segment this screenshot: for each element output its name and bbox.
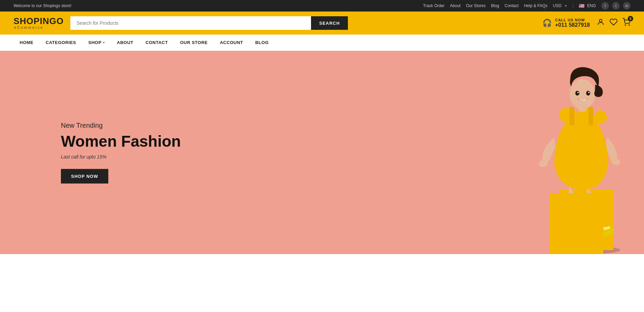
logo[interactable]: SHOPINGO eCommerce xyxy=(14,17,64,29)
topbar-help-faqs[interactable]: Help & FAQs xyxy=(524,3,547,8)
cart-icon[interactable]: 8 xyxy=(622,18,630,28)
hero-content: New Trending Women Fashion Last call for… xyxy=(61,122,181,184)
svg-rect-10 xyxy=(589,107,593,125)
top-bar-right: Track Order About Our Stores Blog Contac… xyxy=(423,2,630,9)
search-button[interactable]: SEARCH xyxy=(311,16,348,30)
currency-selector[interactable]: USD ▼ xyxy=(553,3,568,8)
svg-point-15 xyxy=(577,92,579,93)
logo-main-text: SHOPINGO xyxy=(14,17,64,25)
nav-account[interactable]: ACCOUNT xyxy=(214,35,249,50)
nav-about[interactable]: ABOUT xyxy=(111,35,139,50)
svg-point-14 xyxy=(586,91,590,96)
hero-decoration-box xyxy=(549,193,603,254)
facebook-icon[interactable]: f xyxy=(601,2,609,9)
hero-title: Women Fashion xyxy=(61,133,181,150)
hero-shop-now-button[interactable]: SHOP NOW xyxy=(61,169,108,183)
logo-sub-text: eCommerce xyxy=(14,25,44,29)
svg-point-12 xyxy=(570,79,595,109)
svg-rect-9 xyxy=(570,107,574,125)
header: SHOPINGO eCommerce SEARCH 🎧 CALL US NOW … xyxy=(0,12,644,35)
topbar-blog[interactable]: Blog xyxy=(491,3,499,8)
nav-our-store[interactable]: OUR STORE xyxy=(174,35,214,50)
user-icon[interactable] xyxy=(597,18,605,28)
svg-point-0 xyxy=(599,19,602,22)
topbar-our-stores[interactable]: Our Stores xyxy=(466,3,486,8)
hero-discount: Last call for upto 15% xyxy=(61,154,181,159)
flag-icon: 🇺🇸 xyxy=(579,3,584,8)
twitter-icon[interactable]: t xyxy=(612,2,620,9)
call-number: +011 5827918 xyxy=(555,22,590,28)
svg-point-13 xyxy=(575,91,579,96)
divider xyxy=(573,3,573,8)
header-icons: 8 xyxy=(597,18,630,28)
svg-point-1 xyxy=(625,25,626,25)
topbar-contact[interactable]: Contact xyxy=(505,3,518,8)
main-nav: HOME CATEGORIES SHOP ▾ ABOUT CONTACT OUR… xyxy=(0,35,644,51)
linkedin-icon[interactable]: in xyxy=(623,2,630,9)
hero-banner: New Trending Women Fashion Last call for… xyxy=(0,51,644,254)
call-section: 🎧 CALL US NOW +011 5827918 xyxy=(542,18,590,28)
nav-blog[interactable]: BLOG xyxy=(249,35,275,50)
topbar-about[interactable]: About xyxy=(450,3,461,8)
svg-point-2 xyxy=(629,25,629,25)
svg-point-16 xyxy=(588,92,590,93)
wishlist-icon[interactable] xyxy=(609,18,618,28)
call-text: CALL US NOW +011 5827918 xyxy=(555,18,590,28)
language-selector[interactable]: 🇺🇸 ENG xyxy=(579,3,596,8)
call-label: CALL US NOW xyxy=(555,18,590,22)
headphone-icon: 🎧 xyxy=(542,19,552,27)
search-bar: SEARCH xyxy=(70,16,348,30)
header-right: 🎧 CALL US NOW +011 5827918 xyxy=(542,18,630,28)
topbar-track-order[interactable]: Track Order xyxy=(423,3,445,8)
cart-badge: 8 xyxy=(628,16,633,21)
hero-subtitle: New Trending xyxy=(61,122,181,129)
nav-shop[interactable]: SHOP ▾ xyxy=(82,35,111,50)
top-bar: Welcome to our Shopingo store! Track Ord… xyxy=(0,0,644,12)
nav-contact[interactable]: CONTACT xyxy=(139,35,174,50)
language-label: ENG xyxy=(587,3,596,8)
welcome-text: Welcome to our Shopingo store! xyxy=(14,3,71,8)
nav-categories[interactable]: CATEGORIES xyxy=(40,35,82,50)
social-icons: f t in xyxy=(601,2,630,9)
search-input[interactable] xyxy=(70,16,311,30)
nav-home[interactable]: HOME xyxy=(14,35,40,50)
top-bar-welcome: Welcome to our Shopingo store! xyxy=(14,3,71,8)
shop-chevron-icon: ▾ xyxy=(103,41,105,44)
currency-label: USD xyxy=(553,3,561,8)
